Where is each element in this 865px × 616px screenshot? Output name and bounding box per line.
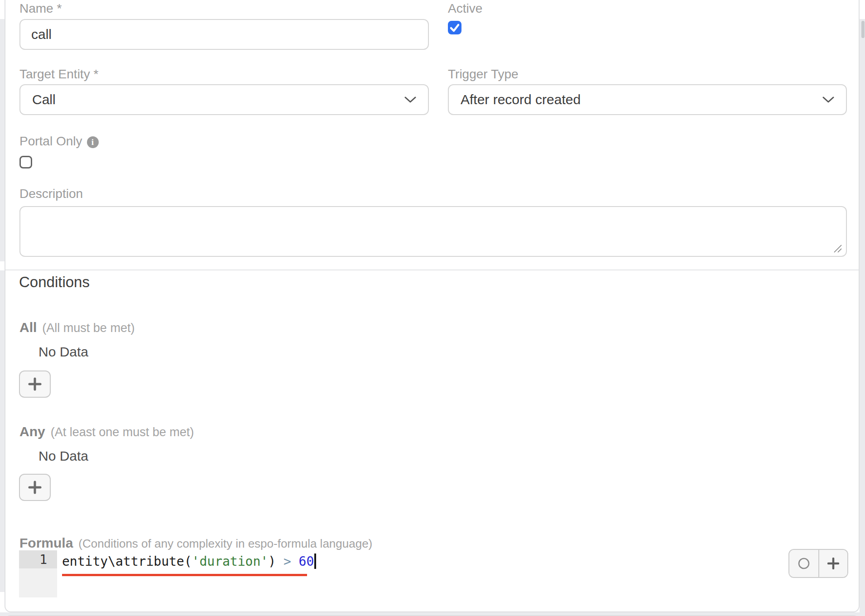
syntax-error-underline <box>62 574 307 576</box>
code-token: 'duration' <box>192 554 269 569</box>
any-title: Any <box>19 424 45 439</box>
conditions-heading: Conditions <box>19 274 90 291</box>
code-token: > <box>284 554 291 569</box>
code-token: entity\attribute( <box>62 554 192 569</box>
description-label: Description <box>19 187 83 201</box>
scrollbar-thumb[interactable] <box>861 21 865 38</box>
portal-only-label: Portal Only <box>19 134 82 149</box>
portal-only-checkbox[interactable] <box>19 156 32 168</box>
section-divider <box>5 270 859 270</box>
circle-icon <box>798 557 810 570</box>
code-token: ) <box>268 554 284 569</box>
insert-function-button[interactable] <box>789 550 818 577</box>
formula-toolbar <box>788 549 848 578</box>
page-background-left <box>0 19 5 261</box>
conditions-all-header: All (All must be met) <box>19 320 135 335</box>
all-hint: (All must be met) <box>42 321 135 335</box>
checkmark-icon <box>449 22 461 34</box>
name-input[interactable] <box>19 19 429 50</box>
conditions-any-header: Any (At least one must be met) <box>19 424 194 439</box>
workflow-edit-form: Name * Active Target Entity * Call Trigg… <box>0 0 865 616</box>
info-circle-icon[interactable]: i <box>87 136 99 148</box>
any-add-button[interactable] <box>19 474 51 501</box>
formula-code-editor[interactable]: 1 entity\attribute('duration') > 60 <box>19 550 847 599</box>
plus-icon <box>28 377 42 391</box>
page-background-left <box>0 270 5 592</box>
any-no-data: No Data <box>38 448 88 464</box>
portal-only-label-row: Portal Only i <box>19 134 99 149</box>
formula-hint: (Conditions of any complexity in espo-fo… <box>78 537 372 551</box>
chevron-down-icon <box>404 96 416 103</box>
all-add-button[interactable] <box>19 371 51 398</box>
all-no-data: No Data <box>38 344 88 360</box>
trigger-type-label: Trigger Type <box>448 67 519 82</box>
add-attribute-button[interactable] <box>818 550 847 577</box>
formula-code-line[interactable]: entity\attribute('duration') > 60 <box>62 550 316 568</box>
active-label: Active <box>448 1 482 16</box>
formula-header: Formula (Conditions of any complexity in… <box>19 535 372 551</box>
editor-gutter <box>19 568 57 597</box>
formula-title: Formula <box>19 535 73 551</box>
target-entity-label: Target Entity * <box>19 67 98 82</box>
text-cursor <box>314 553 316 569</box>
trigger-type-value: After record created <box>461 92 581 107</box>
code-token <box>291 554 299 569</box>
chevron-down-icon <box>822 96 834 103</box>
target-entity-select[interactable]: Call <box>19 84 429 115</box>
all-title: All <box>19 320 37 335</box>
plus-icon <box>28 481 42 494</box>
page-background-right <box>860 19 865 613</box>
target-entity-value: Call <box>32 92 56 107</box>
editor-gutter-active-line: 1 <box>19 550 57 568</box>
trigger-type-select[interactable]: After record created <box>448 84 847 115</box>
line-number: 1 <box>39 552 47 567</box>
description-textarea[interactable] <box>19 206 847 257</box>
name-label: Name * <box>19 1 62 16</box>
active-checkbox[interactable] <box>448 21 461 34</box>
any-hint: (At least one must be met) <box>51 425 194 439</box>
code-token: 60 <box>299 554 314 569</box>
plus-icon <box>827 558 839 569</box>
